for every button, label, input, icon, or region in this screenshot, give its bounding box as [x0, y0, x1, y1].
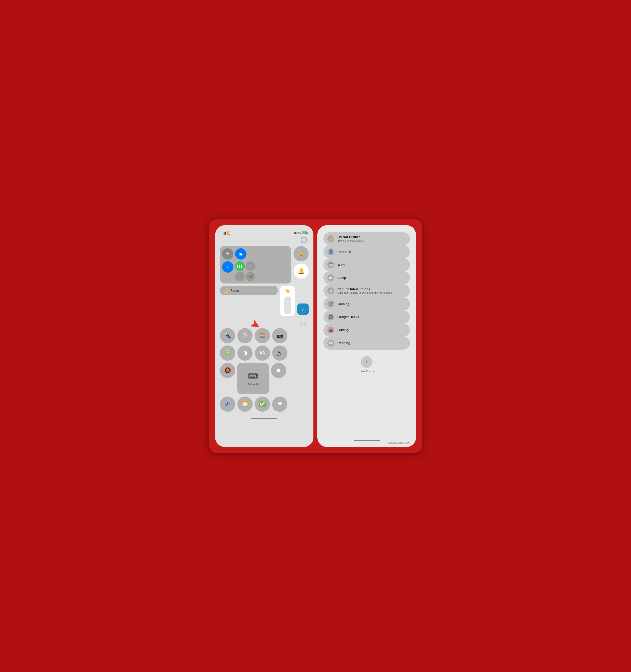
new-focus-label: New Focus — [360, 369, 374, 373]
sleep-sounds-button[interactable]: 💤 — [220, 397, 235, 412]
focus-dots-reduce-interruptions[interactable]: ··· — [401, 288, 406, 293]
airdrop-icon: ◌ — [239, 274, 242, 279]
focus-text-personal: Personal — [337, 250, 398, 254]
battery-low-icon: 🔋 — [224, 350, 231, 356]
type-to-siri-label: Type to Siri — [246, 382, 260, 385]
focus-item-personal[interactable]: 👤Personal··· — [323, 245, 410, 258]
focus-item-gaming[interactable]: 🚀Gaming··· — [323, 297, 410, 310]
focus-dots-gaming[interactable]: ··· — [401, 302, 406, 306]
focus-button[interactable]: 🌙 Focus ⌃ — [220, 286, 278, 295]
screen-rotation-button[interactable]: 🔒 — [293, 246, 309, 261]
new-focus-circle: + — [361, 356, 372, 368]
dark-mode-icon: ◑ — [242, 350, 247, 356]
focus-brightness-row: 🌙 Focus ⌃ ☀️ ♡ ♪ ((•)) — [220, 286, 309, 326]
home-indicator-right — [354, 440, 380, 441]
top-controls-bar: + ⏻ — [220, 237, 309, 243]
focus-dots-gadget-hacks[interactable]: ··· — [401, 315, 406, 319]
focus-icon-gaming: 🚀 — [327, 301, 334, 307]
sub-controls: ▌▌▌ ✳ ◌ 🌿 — [235, 261, 255, 281]
calculator-button[interactable]: 🧮 — [255, 328, 270, 343]
signal-area: 📶 — [222, 231, 230, 235]
focus-icon-gadget-hacks: 🎧 — [327, 313, 334, 320]
sound-recognition-icon: 🔊 — [276, 350, 283, 356]
focus-dots-driving[interactable]: ··· — [401, 328, 406, 332]
focus-text-reduce-interruptions: Reduce InterruptionsLimit interruptions … — [337, 287, 398, 294]
heart-icon: ♡ — [301, 286, 305, 290]
focus-chevron-icon: ⌃ — [241, 289, 243, 292]
flashlight-button[interactable]: 🔦 — [220, 328, 235, 343]
battery-button[interactable]: 🔋 — [220, 345, 235, 361]
brightness-fill — [284, 296, 291, 314]
focus-text-gadget-hacks: Gadget Hacks — [337, 315, 398, 319]
mute-button[interactable]: 🔔 — [293, 264, 309, 279]
focus-text-reading: Reading — [337, 341, 398, 345]
focus-dots-sleep[interactable]: ··· — [401, 275, 406, 280]
cellular-button[interactable]: ≋ — [222, 261, 234, 273]
timer-button[interactable]: ⏱ — [237, 328, 252, 343]
focus-item-driving[interactable]: 🚗Driving··· — [323, 323, 410, 337]
focus-item-reduce-interruptions[interactable]: ⚙Reduce InterruptionsLimit interruptions… — [323, 284, 410, 297]
health-button[interactable]: ❤ — [272, 397, 287, 412]
focus-icon-reading: 📖 — [327, 340, 334, 346]
brightness-sun-icon: ☀️ — [285, 288, 290, 293]
focus-dots-personal[interactable]: ··· — [401, 249, 406, 254]
keyboard-icon: ⌨ — [248, 372, 258, 380]
cellular-data-icon[interactable]: ▌▌▌ — [235, 261, 245, 271]
left-phone: 📶 100% + ⏻ ✈ — [215, 225, 314, 447]
ring-mute-icon: 🔕 — [224, 367, 231, 374]
airdrop-button[interactable]: ◌ — [235, 272, 245, 281]
sound-recognition-button[interactable]: 🔊 — [272, 345, 287, 361]
bars-icon: ▌▌▌ — [237, 265, 243, 268]
music-icon: ♪ — [302, 306, 304, 312]
bluetooth-button[interactable]: ✳ — [246, 261, 255, 271]
health-icon: ❤ — [277, 401, 282, 407]
focus-subtitle-do-not-disturb: Silence all notifications — [337, 239, 398, 242]
control-grid-row: ✈ ◉ ≋ ▌▌▌ ✳ — [220, 246, 309, 284]
new-focus-button[interactable]: + New Focus — [323, 356, 410, 373]
top-right-tiles: 🔒 🔔 — [293, 246, 309, 279]
focus-dots-work[interactable]: ··· — [401, 262, 406, 267]
dark-mode-button[interactable]: ◑ — [237, 345, 252, 361]
wifi-icon: ◉ — [239, 251, 243, 257]
wifi-status-icon: 📶 — [227, 231, 230, 235]
right-phone: 🌙Do Not DisturbSilence all notifications… — [317, 225, 416, 447]
focus-label: Focus — [230, 288, 240, 292]
focus-title-do-not-disturb: Do Not Disturb — [337, 235, 398, 239]
power-button[interactable]: ⏻ — [301, 237, 307, 243]
shortcuts-icon: ✅ — [259, 401, 266, 407]
focus-icon-do-not-disturb: 🌙 — [327, 235, 334, 242]
focus-text-work: Work — [337, 263, 398, 267]
focus-title-work: Work — [337, 263, 398, 267]
focus-item-reading[interactable]: 📖Reading··· — [323, 337, 410, 350]
radio-icon: ((•)) — [300, 321, 306, 326]
type-to-siri-button[interactable]: ⌨ Type to Siri — [237, 363, 269, 394]
plus-icon: + — [365, 359, 368, 365]
focus-title-personal: Personal — [337, 250, 398, 254]
screen-record-button[interactable]: ⏺ — [271, 363, 286, 378]
wake-alarm-button[interactable]: 🌅 — [237, 397, 252, 412]
cellular-icon: ≋ — [226, 264, 230, 270]
timer-icon: ⏱ — [242, 332, 248, 339]
hotspot-button[interactable]: 🌿 — [246, 272, 255, 281]
shortcuts-button[interactable]: ✅ — [255, 397, 270, 412]
text-size-button[interactable]: AA — [255, 345, 270, 361]
focus-item-work[interactable]: 🪪Work··· — [323, 258, 410, 271]
brightness-slider[interactable]: ☀️ — [280, 286, 295, 316]
focus-dots-do-not-disturb[interactable]: ··· — [401, 236, 406, 241]
focus-title-reading: Reading — [337, 341, 398, 345]
hotspot-icon: 🌿 — [248, 274, 252, 279]
music-button[interactable]: ♪ — [297, 304, 309, 315]
wifi-button[interactable]: ◉ — [235, 248, 246, 260]
focus-title-driving: Driving — [337, 328, 398, 332]
ring-mute-button[interactable]: 🔕 — [220, 363, 235, 378]
rotation-lock-icon: 🔒 — [298, 251, 304, 257]
focus-item-gadget-hacks[interactable]: 🎧Gadget Hacks··· — [323, 310, 410, 323]
focus-icon-work: 🪪 — [327, 261, 334, 268]
home-indicator-left — [251, 418, 277, 419]
focus-item-do-not-disturb[interactable]: 🌙Do Not DisturbSilence all notifications… — [323, 232, 410, 245]
focus-item-sleep[interactable]: 🛏Sleep··· — [323, 271, 410, 284]
add-button[interactable]: + — [222, 237, 224, 243]
camera-button[interactable]: 📷 — [272, 328, 287, 343]
airplane-mode-button[interactable]: ✈ — [222, 248, 234, 260]
focus-dots-reading[interactable]: ··· — [401, 341, 406, 345]
